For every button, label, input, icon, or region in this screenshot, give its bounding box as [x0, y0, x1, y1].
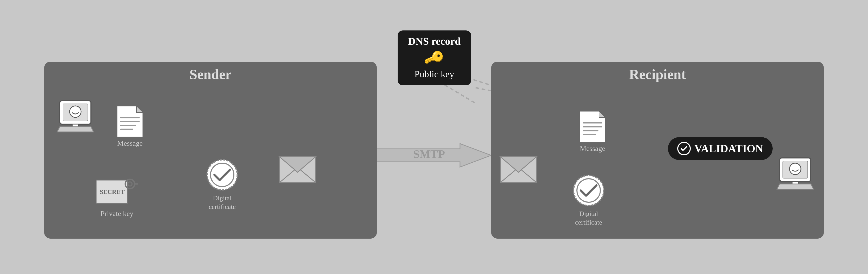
sender-digital-cert-label: Digitalcertificate: [205, 194, 239, 212]
sender-computer-icon: [55, 93, 96, 136]
sender-title: Sender: [44, 62, 377, 82]
svg-text:SMTP: SMTP: [413, 148, 445, 161]
recipient-title: Recipient: [491, 62, 824, 82]
svg-marker-14: [57, 127, 94, 132]
main-container: DNS record 🔑 Public key Sender: [0, 0, 868, 274]
svg-marker-16: [136, 106, 143, 112]
recipient-message-label: Message: [580, 144, 606, 153]
svg-text:SECRET: SECRET: [100, 188, 125, 195]
diagram: DNS record 🔑 Public key Sender: [44, 30, 824, 244]
dns-record-title: DNS record: [408, 35, 461, 47]
sender-private-key-icon: SECRET Private key: [96, 176, 138, 218]
svg-point-50: [789, 163, 801, 174]
dns-record-box: DNS record 🔑 Public key: [398, 30, 471, 85]
recipient-digital-cert-label: Digitalcertificate: [572, 210, 606, 227]
sender-digital-cert-icon: Digitalcertificate: [205, 158, 239, 212]
recipient-message-icon: Message: [580, 111, 606, 153]
sender-panel: Sender: [44, 62, 377, 239]
sender-private-key-label: Private key: [96, 210, 138, 218]
validation-badge: VALIDATION: [668, 137, 773, 160]
svg-point-24: [128, 182, 132, 186]
dns-record-subtitle: Public key: [408, 69, 461, 80]
recipient-envelope-icon: [499, 155, 538, 188]
sender-envelope-icon: [278, 155, 317, 188]
validation-checkmark-icon: [677, 142, 691, 155]
svg-point-11: [70, 106, 81, 117]
sender-message-label: Message: [117, 139, 143, 147]
recipient-digital-cert-icon: Digitalcertificate: [572, 173, 606, 227]
svg-marker-52: [777, 184, 813, 189]
recipient-computer-icon: [774, 150, 816, 193]
sender-message-icon: Message: [117, 106, 143, 147]
smtp-arrow-container: SMTP: [377, 142, 491, 168]
recipient-panel: Recipient: [491, 62, 824, 239]
dns-key-icon: 🔑: [423, 47, 446, 69]
svg-marker-41: [599, 111, 606, 118]
validation-label: VALIDATION: [694, 142, 763, 155]
